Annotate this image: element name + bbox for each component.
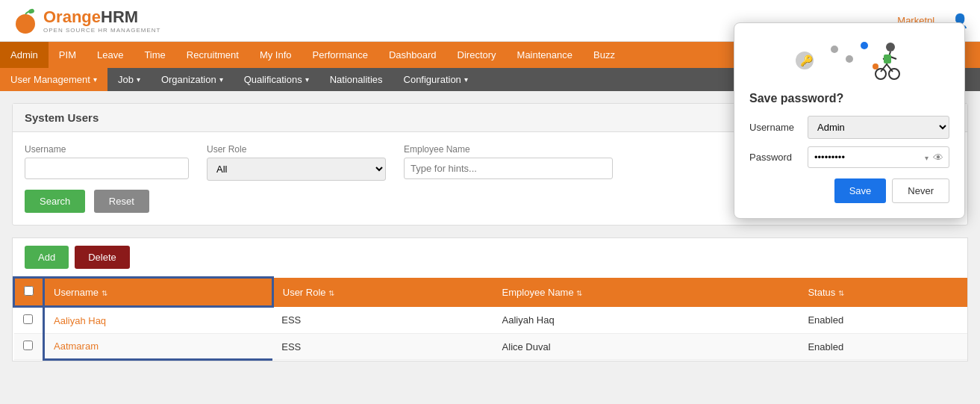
save-password-overlay: 🔑 Save password? <box>734 22 965 219</box>
status-column-header[interactable]: Status ⇅ <box>799 278 967 307</box>
svg-point-14 <box>889 69 899 79</box>
configuration-caret: ▾ <box>464 75 468 84</box>
subnav-nationalities[interactable]: Nationalities <box>319 68 393 91</box>
nav-maintenance[interactable]: Maintenance <box>507 42 583 68</box>
save-password-popup: 🔑 Save password? <box>734 22 965 219</box>
nav-buzz[interactable]: Buzz <box>583 42 625 68</box>
popup-password-field: Password 👁 ▾ <box>749 146 949 168</box>
job-caret: ▾ <box>137 75 140 84</box>
table-actions: Add Delete <box>13 238 967 276</box>
row2-checkbox[interactable] <box>23 341 33 350</box>
table-header-row: Username ⇅ User Role ⇅ Employee Name ⇅ S… <box>14 278 968 307</box>
job-label: Job <box>118 74 134 85</box>
username-label: Username <box>25 144 189 155</box>
panel-title: System Users <box>25 111 99 124</box>
configuration-label: Configuration <box>404 74 461 85</box>
nav-dashboard[interactable]: Dashboard <box>378 42 447 68</box>
row2-userrole-cell: ESS <box>272 334 493 360</box>
svg-point-13 <box>876 69 886 79</box>
row1-checkbox-cell <box>14 307 44 334</box>
username-sort-icon: ⇅ <box>102 289 107 297</box>
table-row: Aatmaram ESS Alice Duval Enabled <box>14 334 968 360</box>
nav-myinfo[interactable]: My Info <box>249 42 302 68</box>
nav-admin[interactable]: Admin <box>0 42 49 68</box>
user-management-caret: ▾ <box>93 75 97 84</box>
subnav-user-management[interactable]: User Management ▾ <box>0 68 107 91</box>
status-col-label: Status <box>808 287 835 298</box>
nav-recruitment[interactable]: Recruitment <box>176 42 249 68</box>
subnav-qualifications[interactable]: Qualifications ▾ <box>234 68 319 91</box>
organization-label: Organization <box>161 74 216 85</box>
employee-sort-icon: ⇅ <box>576 289 582 297</box>
row1-username-link[interactable]: Aaliyah Haq <box>54 315 106 326</box>
password-dropdown-icon[interactable]: ▾ <box>925 153 928 161</box>
user-management-label: User Management <box>10 74 90 85</box>
select-all-header <box>14 278 44 307</box>
row1-status-cell: Enabled <box>799 307 967 334</box>
row1-empname-cell: Aaliyah Haq <box>493 307 799 334</box>
popup-username-select[interactable]: Admin <box>808 116 949 139</box>
employee-name-group: Employee Name <box>404 144 613 181</box>
subnav-job[interactable]: Job ▾ <box>107 68 151 91</box>
reset-button[interactable]: Reset <box>94 190 149 213</box>
employee-name-col-label: Employee Name <box>502 287 574 298</box>
row2-username-link[interactable]: Aatmaram <box>54 341 99 352</box>
select-all-checkbox[interactable] <box>24 286 34 296</box>
status-sort-icon: ⇅ <box>838 289 844 297</box>
popup-save-button[interactable]: Save <box>834 178 887 203</box>
user-role-column-header[interactable]: User Role ⇅ <box>272 278 493 307</box>
search-button[interactable]: Search <box>25 190 85 213</box>
row2-checkbox-cell <box>14 334 44 360</box>
popup-password-input-wrapper: 👁 ▾ <box>808 146 949 168</box>
show-password-icon[interactable]: 👁 <box>933 152 943 164</box>
nav-directory[interactable]: Directory <box>447 42 507 68</box>
row1-userrole-cell: ESS <box>272 307 493 334</box>
subnav-organization[interactable]: Organization ▾ <box>151 68 234 91</box>
svg-point-16 <box>873 63 878 69</box>
svg-line-12 <box>890 57 896 59</box>
logo-text: OrangeHRM OPEN SOURCE HR MANAGEMENT <box>43 7 160 34</box>
add-button[interactable]: Add <box>25 246 69 269</box>
svg-point-5 <box>846 55 853 63</box>
row2-empname-cell: Alice Duval <box>493 334 799 360</box>
employee-name-input[interactable] <box>404 158 613 179</box>
username-column-header[interactable]: Username ⇅ <box>44 278 273 307</box>
svg-rect-15 <box>884 55 891 63</box>
employee-name-label: Employee Name <box>404 144 613 155</box>
table-row: Aaliyah Haq ESS Aaliyah Haq Enabled <box>14 307 968 334</box>
username-input[interactable] <box>25 158 189 179</box>
popup-never-button[interactable]: Never <box>892 178 949 203</box>
organization-caret: ▾ <box>219 75 223 84</box>
logo-area: OrangeHRM OPEN SOURCE HR MANAGEMENT <box>12 7 160 34</box>
svg-point-1 <box>28 7 35 13</box>
popup-title: Save password? <box>749 92 949 105</box>
user-role-sort-icon: ⇅ <box>328 289 334 297</box>
user-role-select[interactable]: All Admin ESS <box>207 158 386 181</box>
popup-password-label: Password <box>749 152 802 163</box>
employee-name-column-header[interactable]: Employee Name ⇅ <box>493 278 799 307</box>
popup-illustration: 🔑 <box>749 38 949 83</box>
svg-point-0 <box>16 14 35 34</box>
row1-username-cell: Aaliyah Haq <box>44 307 273 334</box>
row1-checkbox[interactable] <box>23 314 33 324</box>
nav-pim[interactable]: PIM <box>49 42 87 68</box>
delete-button[interactable]: Delete <box>75 246 130 269</box>
popup-actions: Save Never <box>749 178 949 203</box>
users-table: Username ⇅ User Role ⇅ Employee Name ⇅ S… <box>13 276 967 361</box>
user-role-col-label: User Role <box>283 287 326 298</box>
nav-performance[interactable]: Performance <box>302 42 378 68</box>
row2-username-cell: Aatmaram <box>44 334 273 360</box>
nav-time[interactable]: Time <box>134 42 175 68</box>
qualifications-label: Qualifications <box>244 74 302 85</box>
nav-leave[interactable]: Leave <box>87 42 134 68</box>
username-group: Username <box>25 144 189 181</box>
svg-point-6 <box>861 42 868 49</box>
popup-username-field: Username Admin <box>749 116 949 139</box>
nationalities-label: Nationalities <box>330 74 383 85</box>
subnav-configuration[interactable]: Configuration ▾ <box>393 68 478 91</box>
popup-username-input-wrapper: Admin <box>808 116 949 139</box>
logo-icon <box>12 7 39 34</box>
cyclist-illustration: 🔑 <box>790 38 909 83</box>
logo-orange: Orange <box>43 7 101 26</box>
svg-point-7 <box>886 43 895 52</box>
